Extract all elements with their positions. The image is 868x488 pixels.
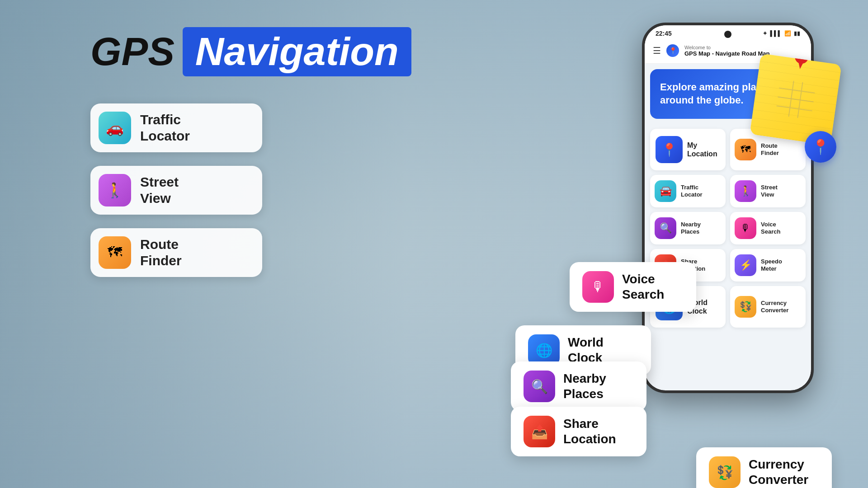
street-view-menu-icon: 🚶 xyxy=(735,180,756,202)
nearby-places-popup-icon: 🔍 xyxy=(524,371,555,402)
svg-line-2 xyxy=(777,106,812,111)
route-finder-label: RouteFinder xyxy=(140,236,182,269)
welcome-label: Welcome to xyxy=(684,45,770,50)
title-gps: GPS xyxy=(90,30,175,74)
voice-search-popup[interactable]: 🎙 VoiceSearch xyxy=(570,262,696,312)
route-finder-icon: 🗺 xyxy=(99,236,131,269)
status-icons: ✦ ▌▌▌ 📶 ▮▮ xyxy=(763,30,800,37)
wifi-icon: 📶 xyxy=(784,30,791,37)
street-view-label: StreetView xyxy=(140,174,179,206)
currency-converter-popup-label: CurrencyConverter xyxy=(749,457,808,487)
feature-card-traffic[interactable]: 🚗 TrafficLocator xyxy=(90,103,262,152)
voice-search-popup-icon: 🎙 xyxy=(582,271,614,303)
share-location-popup-icon: 📤 xyxy=(524,416,555,447)
share-location-popup[interactable]: 📤 ShareLocation xyxy=(511,407,646,456)
menu-item-voice-search[interactable]: 🎙 VoiceSearch xyxy=(730,212,806,244)
app-logo: 📍 xyxy=(666,44,679,57)
street-view-menu-label: StreetView xyxy=(761,184,778,198)
menu-item-speedo-meter[interactable]: ⚡ SpeedoMeter xyxy=(730,249,806,282)
main-container: GPS Navigation 🚗 TrafficLocator 🚶 Street… xyxy=(0,0,868,488)
currency-converter-popup[interactable]: 💱 CurrencyConverter xyxy=(696,447,832,488)
traffic-locator-label: TrafficLocator xyxy=(140,112,190,144)
feature-card-street[interactable]: 🚶 StreetView xyxy=(90,166,262,215)
svg-line-0 xyxy=(779,88,815,93)
map-location-icon: 📍 xyxy=(805,131,836,163)
speedo-meter-menu-icon: ⚡ xyxy=(735,254,756,276)
my-location-label: MyLocation xyxy=(687,141,717,158)
signal-icon: ▌▌▌ xyxy=(770,30,782,37)
map-lines xyxy=(770,74,821,125)
app-title: GPS Map - Navigate Road Map xyxy=(684,50,770,57)
header-text-block: Welcome to GPS Map - Navigate Road Map xyxy=(684,45,770,57)
menu-item-traffic-locator[interactable]: 🚘 TrafficLocator xyxy=(650,175,726,207)
my-location-icon: 📍 xyxy=(656,136,683,163)
speedo-meter-menu-label: SpeedoMeter xyxy=(761,258,782,272)
traffic-locator-menu-icon: 🚘 xyxy=(655,180,676,202)
title-navigation: Navigation xyxy=(183,27,411,76)
voice-search-menu-icon: 🎙 xyxy=(735,217,756,239)
menu-item-nearby-places[interactable]: 🔍 NearbyPlaces xyxy=(650,212,726,244)
street-view-icon: 🚶 xyxy=(99,174,131,206)
phone-area: 📍 22:45 ✦ ▌▌▌ 📶 ▮▮ ☰ xyxy=(642,23,832,393)
nearby-places-popup[interactable]: 🔍 NearbyPlaces xyxy=(511,361,646,411)
feature-card-route[interactable]: 🗺 RouteFinder xyxy=(90,228,262,277)
route-finder-menu-icon: 🗺 xyxy=(735,139,756,160)
map-decoration: 📍 xyxy=(755,59,845,149)
traffic-locator-menu-label: TrafficLocator xyxy=(681,184,703,198)
nearby-places-popup-label: NearbyPlaces xyxy=(563,371,606,401)
map-note xyxy=(750,53,841,145)
bluetooth-icon: ✦ xyxy=(763,30,767,37)
nearby-places-menu-label: NearbyPlaces xyxy=(681,221,701,235)
currency-converter-menu-icon: 💱 xyxy=(735,296,756,318)
battery-icon: ▮▮ xyxy=(794,30,800,37)
traffic-locator-icon: 🚗 xyxy=(99,112,131,144)
voice-search-popup-label: VoiceSearch xyxy=(622,272,664,302)
menu-icon[interactable]: ☰ xyxy=(653,45,661,56)
svg-line-1 xyxy=(778,97,813,102)
currency-converter-menu-label: CurrencyConverter xyxy=(761,300,788,314)
status-time: 22:45 xyxy=(656,30,672,37)
menu-item-street-view[interactable]: 🚶 StreetView xyxy=(730,175,806,207)
menu-item-my-location[interactable]: 📍 MyLocation xyxy=(650,129,726,170)
world-clock-popup-label: WorldClock xyxy=(568,335,604,365)
share-location-popup-label: ShareLocation xyxy=(563,416,616,446)
nearby-places-menu-icon: 🔍 xyxy=(655,217,676,239)
currency-converter-popup-icon: 💱 xyxy=(709,456,741,488)
voice-search-menu-label: VoiceSearch xyxy=(761,221,780,235)
menu-item-currency-converter[interactable]: 💱 CurrencyConverter xyxy=(730,286,806,328)
camera-notch xyxy=(724,31,731,38)
